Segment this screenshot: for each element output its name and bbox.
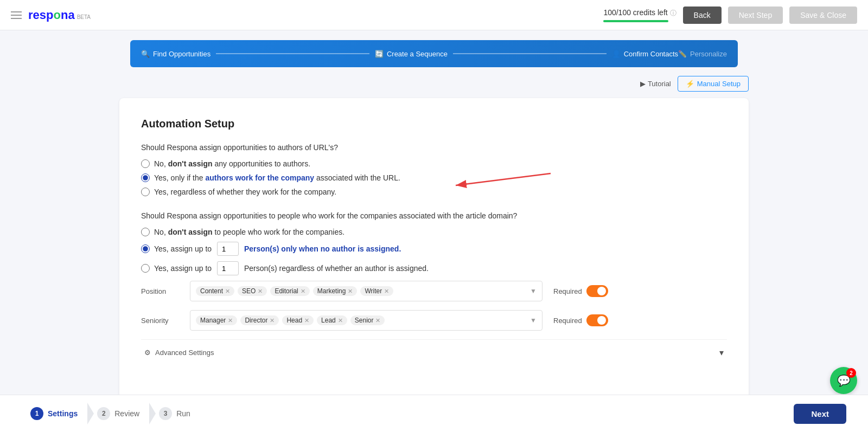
radio-yes-assign-1-no-author[interactable]: Yes, assign up to Person(s) only when no… — [141, 242, 727, 256]
progress-bar: 🔍 Find Opportunities 🔄 Create a Sequence… — [130, 40, 738, 67]
chat-bubble[interactable]: 💬 2 — [830, 367, 857, 394]
step-personalize[interactable]: ✏️ Personalize — [678, 50, 727, 58]
radio-yes-authors-company[interactable]: Yes, only if the authors work for the co… — [141, 173, 727, 182]
card-title: Automation Setup — [141, 118, 727, 130]
tag-lead: Lead ✕ — [317, 315, 347, 325]
tag-editorial: Editorial ✕ — [270, 286, 309, 296]
logo: respona BETA — [28, 8, 91, 22]
seniority-required-text: Required — [553, 317, 582, 325]
radio-no-assign-authors[interactable]: No, don't assign any opportunities to au… — [141, 159, 727, 168]
progress-line-1 — [216, 53, 369, 54]
step-find-opportunities[interactable]: 🔍 Find Opportunities — [141, 50, 210, 58]
step-sequence-label: Create a Sequence — [387, 50, 448, 58]
step-tab-review[interactable]: 2 Review — [88, 403, 150, 424]
radio-yes-regardless-label: Yes, regardless of whether they work for… — [154, 188, 336, 196]
remove-lead-icon[interactable]: ✕ — [338, 317, 343, 324]
header: respona BETA 100/100 credits left ⓘ Back… — [0, 0, 868, 30]
tag-manager: Manager ✕ — [196, 315, 237, 325]
save-close-button[interactable]: Save & Close — [789, 7, 857, 24]
radio-no-assign-label: No, don't assign any opportunities to au… — [154, 159, 310, 168]
assign-count-1-input[interactable] — [217, 242, 239, 256]
remove-senior-icon[interactable]: ✕ — [375, 317, 380, 324]
radio-no-companies-label: No, don't assign to people who work for … — [154, 228, 344, 236]
step-tab-run[interactable]: 3 Run — [150, 403, 201, 424]
step-confirm-contacts[interactable]: 👤 Confirm Contacts — [612, 50, 678, 58]
question-2: Should Respona assign opportunities to p… — [141, 211, 727, 220]
radio-no-companies-input[interactable] — [141, 228, 150, 236]
toolbar-row: ▶ Tutorial ⚡ Manual Setup — [119, 76, 749, 92]
manual-setup-button[interactable]: ⚡ Manual Setup — [678, 76, 749, 92]
credits-fill — [603, 20, 668, 22]
tag-head: Head ✕ — [282, 315, 314, 325]
back-button[interactable]: Back — [683, 7, 722, 24]
personalize-label: Personalize — [690, 50, 727, 58]
credits-bar — [603, 20, 668, 22]
position-required-text: Required — [553, 287, 582, 295]
position-required-toggle[interactable] — [586, 285, 608, 297]
radio-yes-authors-company-input[interactable] — [141, 173, 150, 182]
advanced-settings-left: ⚙ Advanced Settings — [144, 349, 214, 357]
search-icon: 🔍 — [141, 50, 150, 58]
seniority-field-row: Seniority Manager ✕ Director ✕ Head ✕ Le… — [141, 310, 727, 331]
remove-director-icon[interactable]: ✕ — [270, 317, 275, 324]
step-create-sequence[interactable]: 🔄 Create a Sequence — [375, 50, 448, 58]
position-field-row: Position Content ✕ SEO ✕ Editorial ✕ Mar… — [141, 281, 727, 301]
bottom-nav: 1 Settings 2 Review 3 Run Next — [0, 395, 868, 432]
position-required-row: Required — [553, 285, 608, 297]
radio-yes-assign-1-regardless[interactable]: Yes, assign up to Person(s) regardless o… — [141, 261, 727, 275]
tag-marketing: Marketing ✕ — [313, 286, 358, 296]
bolt-icon: ⚡ — [686, 80, 694, 88]
hamburger-icon[interactable] — [11, 11, 22, 19]
gear-icon: ⚙ — [144, 349, 151, 357]
header-left: respona BETA — [11, 8, 91, 22]
step-num-2: 2 — [97, 407, 110, 420]
seniority-tag-input[interactable]: Manager ✕ Director ✕ Head ✕ Lead ✕ Senio… — [190, 310, 542, 331]
logo-beta: BETA — [77, 14, 91, 20]
remove-manager-icon[interactable]: ✕ — [228, 317, 233, 324]
remove-head-icon[interactable]: ✕ — [304, 317, 309, 324]
step-find-label: Find Opportunities — [153, 50, 210, 58]
advanced-settings-row[interactable]: ⚙ Advanced Settings ▾ — [141, 339, 727, 365]
assign-count-2-input[interactable] — [217, 261, 239, 275]
step-num-1: 1 — [30, 407, 43, 420]
tag-writer: Writer ✕ — [360, 286, 393, 296]
tutorial-button[interactable]: ▶ Tutorial — [640, 80, 671, 88]
radio-yes-regardless[interactable]: Yes, regardless of whether they work for… — [141, 188, 727, 196]
step-tab-settings[interactable]: 1 Settings — [22, 403, 88, 424]
seniority-label: Seniority — [141, 317, 190, 325]
radio-yes-assign-1-label: Yes, assign up to Person(s) only when no… — [154, 242, 401, 256]
remove-marketing-icon[interactable]: ✕ — [348, 288, 353, 295]
remove-writer-icon[interactable]: ✕ — [384, 288, 389, 295]
seniority-required-toggle[interactable] — [586, 314, 608, 326]
progress-steps: 🔍 Find Opportunities 🔄 Create a Sequence… — [141, 50, 727, 58]
info-icon[interactable]: ⓘ — [670, 9, 676, 17]
section-companies: Should Respona assign opportunities to p… — [141, 211, 727, 365]
radio-yes-assign-regardless-input[interactable] — [141, 264, 150, 273]
remove-content-icon[interactable]: ✕ — [225, 288, 230, 295]
seniority-toggle-slider — [586, 314, 608, 326]
position-tag-input[interactable]: Content ✕ SEO ✕ Editorial ✕ Marketing ✕ … — [190, 281, 542, 301]
position-toggle-slider — [586, 285, 608, 297]
credits-area: 100/100 credits left ⓘ — [603, 8, 676, 22]
radio-authors-company-row: Yes, only if the authors work for the co… — [141, 173, 727, 188]
sequence-icon: 🔄 — [375, 50, 384, 58]
radio-no-assign-input[interactable] — [141, 159, 150, 168]
chevron-down-icon: ▾ — [719, 347, 724, 358]
tag-director: Director ✕ — [240, 315, 279, 325]
radio-yes-regardless-input[interactable] — [141, 188, 150, 196]
seniority-required-row: Required — [553, 314, 608, 326]
remove-editorial-icon[interactable]: ✕ — [301, 288, 305, 295]
automation-setup-card: Automation Setup Should Respona assign o… — [119, 98, 749, 400]
logo-text: respona — [28, 8, 75, 22]
radio-yes-assign-1-input[interactable] — [141, 244, 150, 253]
step-confirm-label: Confirm Contacts — [624, 50, 678, 58]
remove-seo-icon[interactable]: ✕ — [258, 288, 263, 295]
next-step-button[interactable]: Next Step — [728, 7, 783, 24]
seniority-dropdown-arrow-icon[interactable]: ▼ — [530, 317, 537, 324]
dropdown-arrow-icon[interactable]: ▼ — [530, 287, 537, 295]
radio-no-assign-companies[interactable]: No, don't assign to people who work for … — [141, 228, 727, 236]
next-button[interactable]: Next — [794, 404, 846, 424]
play-icon: ▶ — [640, 80, 646, 88]
advanced-settings-label: Advanced Settings — [155, 349, 214, 357]
tag-content: Content ✕ — [196, 286, 234, 296]
